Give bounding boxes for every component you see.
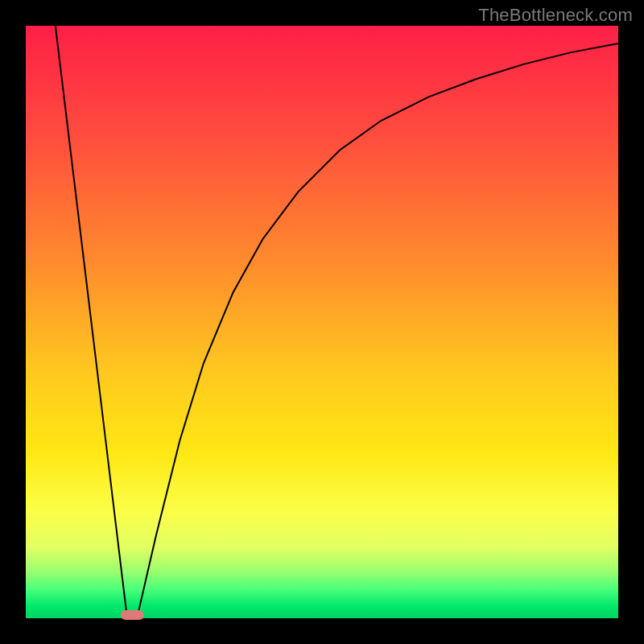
curves-svg xyxy=(26,26,618,618)
left-line-path xyxy=(56,26,126,613)
right-curve-path xyxy=(138,43,618,613)
plot-area xyxy=(26,26,618,618)
chart-frame: TheBottleneck.com xyxy=(0,0,644,644)
valley-marker xyxy=(121,610,144,620)
watermark-text: TheBottleneck.com xyxy=(478,5,633,26)
